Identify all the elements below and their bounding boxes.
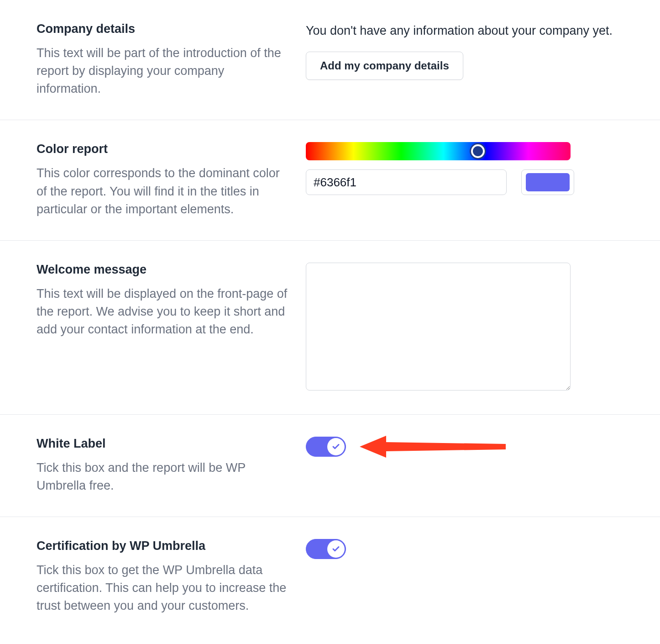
- toggle-knob: [327, 540, 345, 558]
- certification-toggle[interactable]: [306, 539, 346, 559]
- section-certification: Certification by WP Umbrella Tick this b…: [0, 517, 660, 637]
- section-white-label: White Label Tick this box and the report…: [0, 414, 660, 517]
- attention-arrow: [364, 437, 633, 457]
- company-details-title: Company details: [37, 22, 288, 36]
- check-icon: [332, 545, 340, 553]
- welcome-desc: This text will be displayed on the front…: [37, 285, 288, 338]
- add-company-details-button[interactable]: Add my company details: [306, 52, 463, 80]
- color-hue-slider[interactable]: [306, 142, 571, 160]
- white-label-desc: Tick this box and the report will be WP …: [37, 459, 288, 495]
- certification-title: Certification by WP Umbrella: [37, 539, 288, 553]
- color-swatch: [526, 173, 570, 191]
- company-details-desc: This text will be part of the introducti…: [37, 44, 288, 98]
- welcome-textarea[interactable]: [306, 263, 571, 391]
- color-report-title: Color report: [37, 142, 288, 156]
- check-icon: [332, 443, 340, 451]
- welcome-title: Welcome message: [37, 263, 288, 277]
- section-company-details: Company details This text will be part o…: [0, 0, 660, 120]
- section-welcome-message: Welcome message This text will be displa…: [0, 240, 660, 414]
- section-color-report: Color report This color corresponds to t…: [0, 120, 660, 240]
- certification-desc: Tick this box to get the WP Umbrella dat…: [37, 561, 288, 615]
- white-label-title: White Label: [37, 437, 288, 451]
- color-report-desc: This color corresponds to the dominant c…: [37, 164, 288, 218]
- toggle-knob: [327, 438, 345, 455]
- color-swatch-box[interactable]: [521, 169, 574, 195]
- svg-marker-0: [360, 436, 506, 458]
- company-details-info: You don't have any information about you…: [306, 22, 633, 40]
- white-label-toggle[interactable]: [306, 437, 346, 457]
- color-hex-input[interactable]: [306, 169, 507, 195]
- arrow-left-icon: [360, 434, 506, 459]
- color-slider-thumb[interactable]: [471, 144, 485, 158]
